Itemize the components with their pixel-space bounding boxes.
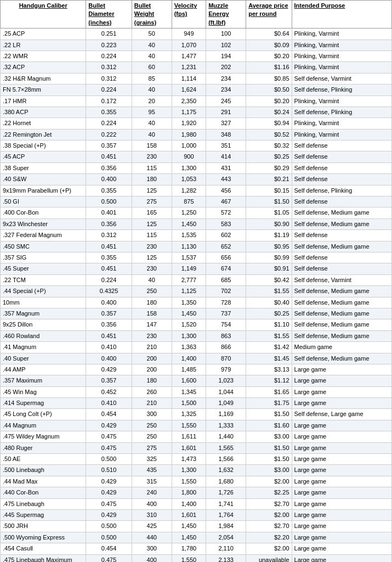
table-cell: 0.500 [86,454,132,465]
table-cell: 0.224 [86,50,132,61]
table-cell: 291 [206,106,246,117]
table-cell: $0.25 [246,151,292,162]
table-cell: Self defense [292,151,391,162]
table-cell: 1,550 [172,420,206,431]
table-cell: $0.25 [246,308,292,319]
table-cell: Self defense, Large game [292,409,391,420]
table-cell: .50 GI [1,196,86,207]
table-cell: 0.355 [86,185,132,196]
table-cell: .500 Linebaugh [1,465,86,476]
table-cell: 0.429 [86,476,132,487]
table-cell: 1,333 [206,420,246,431]
table-cell: 1,300 [172,330,206,341]
table-cell: 737 [206,308,246,319]
table-cell: 1,920 [172,118,206,129]
table-cell: 0.429 [86,364,132,375]
table-cell: Large game [292,521,391,532]
table-cell: 1,070 [172,40,206,50]
table-cell: 0.356 [86,319,132,330]
table-cell: $0.50 [246,85,292,95]
table-cell: 979 [206,364,246,375]
table-cell: 158 [132,308,172,319]
table-cell: 325 [132,454,172,465]
table-cell: 165 [132,207,172,218]
table-cell: 0.454 [86,543,132,554]
table-cell: 200 [132,353,172,364]
table-cell: .45 Super [1,263,86,274]
table-cell: 0.355 [86,252,132,263]
table-cell: 125 [132,252,172,263]
table-row: .327 Federal Magnum0.3121151,535602$1.19… [1,230,392,241]
table-cell: Self defense, Plinking [292,85,391,95]
table-cell: 1,764 [206,509,246,520]
table-row: .500 Wyoming Express0.5004401,4502,054$2… [1,532,392,543]
table-cell: 1,400 [172,353,206,364]
table-cell: 685 [206,274,246,285]
table-cell: 674 [206,263,246,274]
table-cell: 9x25 Dillon [1,319,86,330]
table-cell: Large game [292,465,391,476]
table-cell: 400 [132,554,172,562]
table-cell: .357 Maximum [1,375,86,386]
table-row: .414 Supermag0.4102101,5001,049$1.75Larg… [1,398,392,409]
table-cell: 0.454 [86,409,132,420]
table-row: .475 Wildey Magnum0.4752501,6111,440$3.0… [1,431,392,442]
table-cell: Self defense [292,162,391,173]
table-cell: .44 Special (+P) [1,286,86,297]
table-cell: Large game [292,398,391,409]
col-header-energy: Muzzle Energy (ft.lbf) [206,1,246,29]
table-cell: 115 [132,162,172,173]
table-cell: 0.224 [86,274,132,285]
table-row: .450 SMC0.4512301,130652$0.95Self defens… [1,241,392,252]
table-cell: $0.99 [246,252,292,263]
table-cell: 260 [132,386,172,397]
table-cell: 100 [206,29,246,40]
table-row: .357 Magnum0.3571581,450737$0.25Self def… [1,308,392,319]
table-cell: $1.55 [246,286,292,297]
table-cell: $1.12 [246,375,292,386]
table-cell: 0.400 [86,174,132,185]
table-cell: $0.20 [246,95,292,106]
col-header-diameter: Bullet Diameter (inches) [86,1,132,29]
table-cell: 1,537 [172,252,206,263]
table-cell: 0.510 [86,465,132,476]
table-cell: 0.357 [86,375,132,386]
table-cell: 10mm [1,297,86,308]
table-cell: 2,110 [206,543,246,554]
table-cell: 0.429 [86,509,132,520]
table-cell: 0.451 [86,330,132,341]
col-header-purpose: Intended Purpose [292,1,391,29]
table-cell: 0.401 [86,207,132,218]
table-cell: 115 [132,230,172,241]
table-cell: Self defense, Varmint [292,73,391,84]
table-cell: 863 [206,330,246,341]
table-row: .45 Win Mag0.4522601,3451,044$1.65Large … [1,386,392,397]
table-cell: 1,680 [206,476,246,487]
table-cell: 194 [206,50,246,61]
table-cell: 245 [206,95,246,106]
table-cell: 348 [206,129,246,140]
table-cell: 1,250 [172,207,206,218]
table-cell: $0.94 [246,118,292,129]
table-cell: Large game [292,442,391,453]
table-cell: 1,450 [172,532,206,543]
table-cell: 1,149 [172,263,206,274]
table-row: .44 Mad Max0.4293151,5501,680$2.00Large … [1,476,392,487]
table-cell: Large game [292,375,391,386]
table-cell: Self defense, Varmint [292,274,391,285]
table-cell: 467 [206,196,246,207]
table-cell: 1,363 [172,342,206,353]
table-cell: Large game [292,454,391,465]
table-row: .40 Super0.4002001,400870$1.45Self defen… [1,353,392,364]
table-row: .50 GI0.500275875467$1.50Self defense [1,196,392,207]
table-cell: 602 [206,230,246,241]
table-cell: .44 AMP [1,364,86,375]
table-cell: 125 [132,218,172,229]
table-cell: 250 [132,420,172,431]
table-cell: 1,984 [206,521,246,532]
table-cell: 2,777 [172,274,206,285]
table-cell: .32 ACP [1,62,86,73]
table-cell: 230 [132,330,172,341]
table-cell: 1,473 [172,454,206,465]
table-cell: 1,741 [206,498,246,509]
